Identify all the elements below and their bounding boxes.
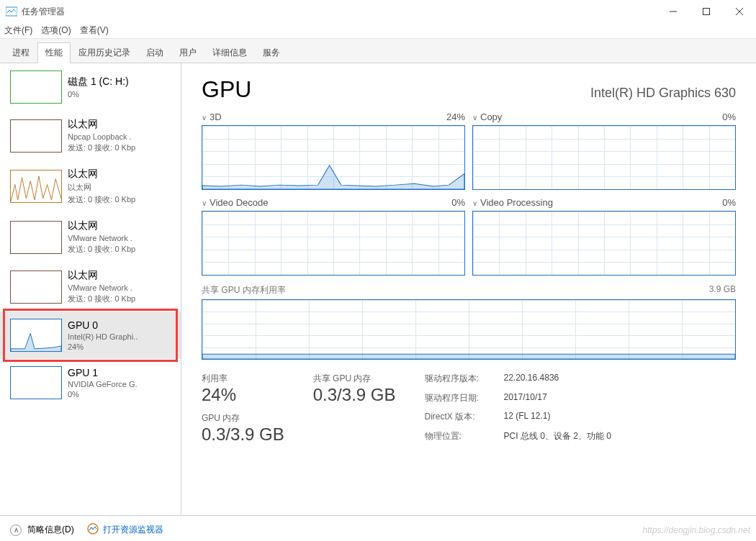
- page-title: GPU: [202, 76, 251, 103]
- chart-video-decode[interactable]: ∨Video Decode 0%: [202, 197, 465, 276]
- chart-3d-value: 24%: [446, 112, 465, 122]
- sidebar-item-3[interactable]: 以太网VMware Network .发送: 0 接收: 0 Kbp: [0, 212, 181, 262]
- sidebar-item-title: 磁盘 1 (C: H:): [68, 76, 129, 88]
- chevron-up-circle-icon: ∧: [10, 524, 22, 536]
- chevron-down-icon[interactable]: ∨: [472, 199, 477, 207]
- stat-gpumem-label: GPU 内存: [202, 412, 284, 424]
- tab-performance[interactable]: 性能: [37, 42, 71, 63]
- tab-users[interactable]: 用户: [171, 42, 204, 63]
- chart-video-processing[interactable]: ∨Video Processing 0%: [472, 197, 736, 276]
- menu-view[interactable]: 查看(V): [80, 24, 109, 37]
- chart-video-processing-label: Video Processing: [480, 197, 553, 208]
- sidebar-thumb: [10, 119, 62, 153]
- sidebar-item-sub2: 发送: 0 接收: 0 Kbp: [68, 142, 135, 153]
- stat-util-value: 24%: [202, 385, 284, 405]
- brief-toggle[interactable]: ∧ 简略信息(D): [10, 524, 74, 536]
- sidebar-thumb: [10, 270, 62, 304]
- sidebar[interactable]: 磁盘 1 (C: H:)0%以太网Npcap Loopback .发送: 0 接…: [0, 63, 181, 515]
- sidebar-thumb: [10, 319, 62, 352]
- tab-services[interactable]: 服务: [255, 42, 288, 63]
- chart-shared-memory[interactable]: [202, 299, 736, 360]
- chevron-down-icon[interactable]: ∨: [202, 199, 207, 207]
- spec-driver-ver-k: 驱动程序版本:: [425, 373, 504, 388]
- sidebar-item-4[interactable]: 以太网VMware Network .发送: 0 接收: 0 Kbp: [0, 262, 181, 312]
- spec-driver-ver-v: 22.20.16.4836: [504, 373, 611, 388]
- chart-copy-label: Copy: [480, 112, 502, 122]
- chevron-down-icon[interactable]: ∨: [472, 114, 477, 122]
- spec-location-v: PCI 总线 0、设备 2、功能 0: [504, 430, 611, 445]
- sidebar-item-title: 以太网: [68, 269, 135, 282]
- chart-3d-label: 3D: [210, 112, 222, 122]
- sidebar-item-sub2: 发送: 0 接收: 0 Kbp: [68, 244, 135, 255]
- chart-video-decode-label: Video Decode: [210, 197, 268, 208]
- tab-details[interactable]: 详细信息: [204, 42, 255, 63]
- window-controls: [657, 0, 756, 23]
- stat-gpumem-value: 0.3/3.9 GB: [202, 424, 284, 445]
- tab-strip: 进程 性能 应用历史记录 启动 用户 详细信息 服务: [0, 39, 756, 63]
- sidebar-item-title: GPU 1: [68, 367, 138, 378]
- tab-processes[interactable]: 进程: [4, 42, 37, 63]
- tab-startup[interactable]: 启动: [138, 42, 171, 63]
- menubar: 文件(F) 选项(O) 查看(V): [0, 23, 756, 39]
- sidebar-item-6[interactable]: GPU 1NVIDIA GeForce G.0%: [0, 359, 181, 406]
- sidebar-item-title: 以太网: [68, 168, 135, 181]
- sidebar-thumb: [10, 366, 62, 399]
- watermark: https://dengjin.blog.csdn.net: [643, 525, 750, 535]
- sidebar-item-2[interactable]: 以太网以太网发送: 0 接收: 0 Kbp: [0, 160, 181, 212]
- sidebar-thumb: [10, 71, 62, 104]
- sidebar-item-sub1: VMware Network .: [68, 283, 135, 292]
- chart-video-processing-value: 0%: [722, 197, 736, 208]
- spec-driver-date-v: 2017/10/17: [504, 392, 611, 407]
- chart-copy[interactable]: ∨Copy 0%: [472, 112, 736, 190]
- svg-rect-2: [703, 9, 710, 15]
- sidebar-item-sub2: 0%: [68, 390, 138, 399]
- menu-options[interactable]: 选项(O): [41, 24, 71, 37]
- spec-table: 驱动程序版本: 22.20.16.4836 驱动程序日期: 2017/10/17…: [425, 373, 611, 445]
- spec-driver-date-k: 驱动程序日期:: [425, 392, 504, 407]
- sidebar-item-title: GPU 0: [68, 319, 138, 331]
- content-pane: GPU Intel(R) HD Graphics 630 ∨3D 24% ∨: [181, 63, 756, 515]
- sidebar-thumb: [10, 170, 62, 203]
- sidebar-item-title: 以太网: [68, 118, 135, 131]
- sidebar-item-sub1: Npcap Loopback .: [68, 132, 135, 141]
- resmon-label: 打开资源监视器: [103, 524, 163, 536]
- stat-shared-label: 共享 GPU 内存: [313, 373, 396, 385]
- spec-directx-v: 12 (FL 12.1): [504, 411, 611, 426]
- sidebar-item-sub1: VMware Network .: [68, 234, 135, 242]
- stat-shared-value: 0.3/3.9 GB: [313, 385, 396, 405]
- tab-app-history[interactable]: 应用历史记录: [71, 42, 138, 63]
- spec-directx-k: DirectX 版本:: [425, 411, 504, 426]
- chevron-down-icon[interactable]: ∨: [202, 114, 207, 122]
- sidebar-item-sub1: Intel(R) HD Graphi..: [68, 332, 138, 341]
- chart-copy-value: 0%: [722, 112, 736, 122]
- main-area: 磁盘 1 (C: H:)0%以太网Npcap Loopback .发送: 0 接…: [0, 63, 756, 515]
- sidebar-item-sub2: 发送: 0 接收: 0 Kbp: [68, 294, 135, 304]
- window-title: 任务管理器: [22, 6, 65, 18]
- open-resource-monitor-link[interactable]: 打开资源监视器: [87, 523, 163, 537]
- menu-file[interactable]: 文件(F): [4, 24, 32, 37]
- sidebar-thumb: [10, 221, 62, 254]
- sidebar-item-sub1: 以太网: [68, 182, 135, 193]
- resource-monitor-icon: [87, 523, 99, 537]
- maximize-button[interactable]: [690, 0, 723, 23]
- chart-shared-label: 共享 GPU 内存利用率: [202, 284, 286, 296]
- sidebar-item-0[interactable]: 磁盘 1 (C: H:)0%: [0, 63, 181, 111]
- brief-label: 简略信息(D): [27, 524, 74, 536]
- sidebar-item-title: 以太网: [68, 219, 135, 232]
- stat-util-label: 利用率: [202, 373, 284, 385]
- titlebar: 任务管理器: [0, 0, 756, 23]
- chart-shared-max: 3.9 GB: [709, 284, 736, 296]
- spec-location-k: 物理位置:: [425, 430, 504, 445]
- sidebar-item-sub2: 发送: 0 接收: 0 Kbp: [68, 194, 135, 205]
- task-manager-icon: [6, 6, 17, 17]
- close-button[interactable]: [723, 0, 756, 23]
- sidebar-item-1[interactable]: 以太网Npcap Loopback .发送: 0 接收: 0 Kbp: [0, 111, 181, 160]
- gpu-model: Intel(R) HD Graphics 630: [590, 86, 736, 101]
- sidebar-item-5[interactable]: GPU 0Intel(R) HD Graphi..24%: [0, 312, 181, 359]
- sidebar-item-sub1: NVIDIA GeForce G.: [68, 380, 138, 388]
- chart-3d[interactable]: ∨3D 24%: [202, 112, 465, 190]
- sidebar-item-sub1: 0%: [68, 90, 129, 99]
- minimize-button[interactable]: [657, 0, 690, 23]
- sidebar-item-sub2: 24%: [68, 342, 138, 351]
- chart-video-decode-value: 0%: [451, 197, 465, 208]
